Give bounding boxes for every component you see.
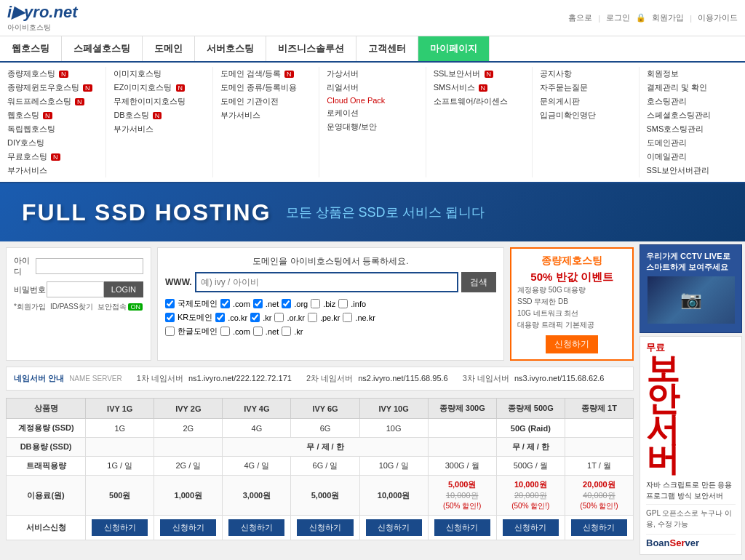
td-db-500g: 무 / 제 / 한 xyxy=(496,438,565,457)
header-home-link[interactable]: 홈으로 xyxy=(568,12,592,23)
nav-business[interactable]: 비즈니스솔루션 xyxy=(266,36,356,61)
dd-item-7-6[interactable]: 도메인관리 xyxy=(647,136,738,150)
td-db-unlimited: 무 / 제 / 한 xyxy=(223,438,428,457)
nav-support[interactable]: 고객센터 xyxy=(356,36,418,61)
info-checkbox[interactable] xyxy=(338,299,348,308)
intl-domain-checkbox[interactable] xyxy=(165,299,175,308)
dd-item-1-5[interactable]: 독립웹호스팅 xyxy=(7,122,98,136)
dd-item-6-1[interactable]: 공지사항 xyxy=(540,67,631,81)
signup-button-300g[interactable]: 신청하기 xyxy=(434,519,490,536)
th-ivy2g: IVY 2G xyxy=(154,399,223,419)
nav-server-hosting[interactable]: 서버호스팅 xyxy=(195,36,266,61)
dd-item-1-6[interactable]: DIY호스팅 xyxy=(7,136,98,150)
header-join-icon: 🔒 xyxy=(636,13,646,23)
dd-item-1-4[interactable]: 웹호스팅 N xyxy=(7,108,98,122)
dd-item-4-3[interactable]: Cloud One Pack xyxy=(327,95,418,106)
ns-2: 2차 네임서버 ns2.ivyro.net/115.68.95.6 xyxy=(306,373,448,384)
dd-item-7-7[interactable]: 이메일관리 xyxy=(647,150,738,164)
signup-button-500g[interactable]: 신청하기 xyxy=(503,519,559,536)
price-discount-500g: (50% 할인!) xyxy=(503,501,559,511)
signup-link[interactable]: *회원가입 xyxy=(14,302,46,312)
dd-item-7-5[interactable]: SMS호스팅관리 xyxy=(647,122,738,136)
dd-item-3-2[interactable]: 도메인 종류/등록비용 xyxy=(220,81,311,95)
dd-item-1-8[interactable]: 부가서비스 xyxy=(7,164,98,177)
or-kr-label: .or.kr xyxy=(287,313,304,322)
find-id-link[interactable]: ID/PASS찾기 xyxy=(50,302,93,312)
kr-checkbox[interactable] xyxy=(250,313,260,322)
dd-item-2-3[interactable]: 무제한이미지호스팅 xyxy=(113,95,204,108)
pe-kr-checkbox[interactable] xyxy=(308,313,317,322)
header-join-link[interactable]: 회원가입 xyxy=(652,12,684,23)
dd-item-7-1[interactable]: 회원정보 xyxy=(647,67,738,81)
dd-item-7-4[interactable]: 스페셜호스팅관리 xyxy=(647,108,738,122)
co-kr-checkbox[interactable] xyxy=(215,313,225,322)
boan-sub2: GPL 오픈소스로 누구나 이용, 수정 가능 xyxy=(646,508,736,529)
login-button[interactable]: LOGIN xyxy=(104,281,143,297)
dd-item-6-2[interactable]: 자주묻는질문 xyxy=(540,81,631,95)
table-header-row: 상품명 IVY 1G IVY 2G IVY 4G IVY 6G IVY 10G … xyxy=(7,399,634,419)
org-checkbox[interactable] xyxy=(282,299,291,308)
dd-item-7-3[interactable]: 호스팅관리 xyxy=(647,95,738,108)
biz-checkbox[interactable] xyxy=(311,299,320,308)
dd-item-3-4[interactable]: 부가서비스 xyxy=(220,108,311,122)
kr-domain-checkbox[interactable] xyxy=(165,313,175,322)
signup-button-1t[interactable]: 신청하기 xyxy=(571,519,627,536)
domain-search-panel: 도메인을 아이비호스팅에서 등록하세요. WWW. 검색 국제도메인 .com … xyxy=(157,247,504,361)
signup-button-4g[interactable]: 신청하기 xyxy=(228,519,284,536)
nav-web-hosting[interactable]: 웹호스팅 xyxy=(0,36,62,61)
domain-title: 도메인을 아이비호스팅에서 등록하세요. xyxy=(165,255,496,268)
dd-item-5-3[interactable]: 소프트웨어/라이센스 xyxy=(434,95,525,108)
id-input[interactable] xyxy=(36,258,143,274)
pw-input[interactable] xyxy=(47,281,104,297)
dd-item-4-1[interactable]: 가상서버 xyxy=(327,67,418,81)
hangul-domain-checkbox[interactable] xyxy=(165,327,175,336)
dd-item-5-2[interactable]: SMS서비스 N xyxy=(434,81,525,95)
td-traffic-1t: 1T / 월 xyxy=(565,457,633,476)
domain-search-input[interactable] xyxy=(195,272,458,292)
dd-item-1-1[interactable]: 종량제호스팅 N xyxy=(7,67,98,81)
domain-search-button[interactable]: 검색 xyxy=(461,272,496,292)
domain-search-row: WWW. 검색 xyxy=(165,272,496,292)
hangul-kr-checkbox[interactable] xyxy=(282,327,291,336)
or-kr-checkbox[interactable] xyxy=(274,313,284,322)
dd-item-2-1[interactable]: 이미지호스팅 xyxy=(113,67,204,81)
header-guide-link[interactable]: 이용가이드 xyxy=(698,12,738,23)
dd-item-3-1[interactable]: 도메인 검색/등록 N xyxy=(220,67,311,81)
ne-kr-checkbox[interactable] xyxy=(343,313,352,322)
nav-mypage[interactable]: 마이페이지 xyxy=(418,36,490,61)
dd-item-2-4[interactable]: DB호스팅 N xyxy=(113,108,204,122)
signup-button-1g[interactable]: 신청하기 xyxy=(92,519,148,536)
main-content-area: 아이디 비밀번호 LOGIN *회원가입 ID/PASS찾기 보안접속 ON 도… xyxy=(0,241,640,558)
secure-connect[interactable]: 보안접속 ON xyxy=(97,302,143,312)
td-signup-1t: 신청하기 xyxy=(565,516,633,540)
dd-item-3-3[interactable]: 도메인 기관이전 xyxy=(220,95,311,108)
dd-item-2-5[interactable]: 부가서비스 xyxy=(113,122,204,136)
dd-item-4-2[interactable]: 리얼서버 xyxy=(327,81,418,95)
dd-item-6-4[interactable]: 입금미확인명단 xyxy=(540,108,631,122)
net-checkbox[interactable] xyxy=(253,299,263,308)
com-checkbox[interactable] xyxy=(220,299,230,308)
dd-item-1-2[interactable]: 종량제윈도우호스팅 N xyxy=(7,81,98,95)
dd-item-4-4[interactable]: 로케이션 xyxy=(327,106,418,120)
dd-item-2-2[interactable]: EZ이미지호스팅 N xyxy=(113,81,204,95)
dd-item-6-3[interactable]: 문의게시판 xyxy=(540,95,631,108)
nav-domain[interactable]: 도메인 xyxy=(143,36,195,61)
dd-item-7-8[interactable]: SSL보안서버관리 xyxy=(647,164,738,177)
dd-item-7-2[interactable]: 결제관리 및 확인 xyxy=(647,81,738,95)
dd-item-5-1[interactable]: SSL보안서버 N xyxy=(434,67,525,81)
nav-special-hosting[interactable]: 스페셜호스팅 xyxy=(62,36,143,61)
promo-button[interactable]: 신청하기 xyxy=(546,335,598,353)
hangul-net-checkbox[interactable] xyxy=(253,327,263,336)
signup-button-10g[interactable]: 신청하기 xyxy=(366,519,422,536)
header-login-link[interactable]: 로그인 xyxy=(606,12,630,23)
td-signup-10g: 신청하기 xyxy=(359,516,428,540)
td-db-1t xyxy=(565,438,633,457)
signup-button-2g[interactable]: 신청하기 xyxy=(160,519,216,536)
signup-button-6g[interactable]: 신청하기 xyxy=(297,519,353,536)
hangul-com-checkbox[interactable] xyxy=(220,327,230,336)
td-price-2g: 1,000원 xyxy=(154,476,223,516)
dd-item-1-3[interactable]: 워드프레스호스팅 N xyxy=(7,95,98,108)
dd-item-4-5[interactable]: 운영대행/보안 xyxy=(327,120,418,134)
biz-label: .biz xyxy=(323,300,335,308)
dd-item-1-7[interactable]: 무료호스팅 N xyxy=(7,150,98,164)
